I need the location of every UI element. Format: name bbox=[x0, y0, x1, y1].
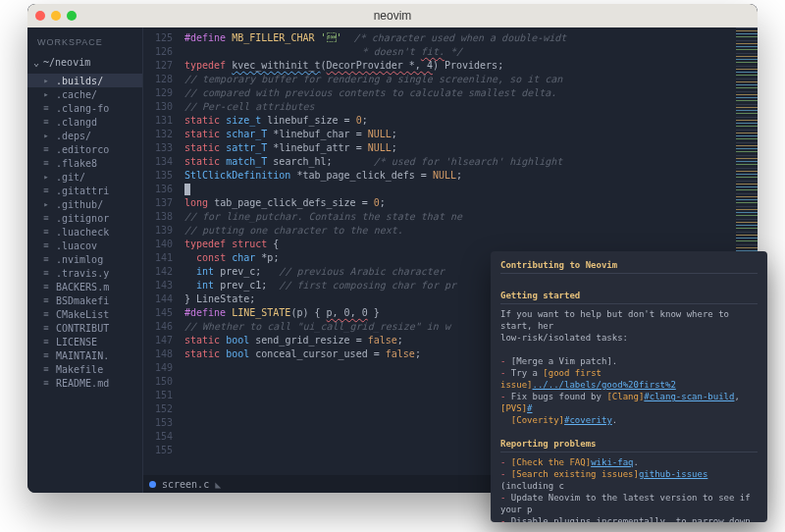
folder-icon: ▸ bbox=[41, 172, 51, 182]
file-icon: ≡ bbox=[41, 378, 51, 388]
file-item[interactable]: ≡.clang-fo bbox=[27, 101, 142, 115]
file-icon: ≡ bbox=[41, 337, 51, 346]
folder-icon: ▸ bbox=[41, 89, 51, 99]
tab-corner-icon: ◣ bbox=[215, 479, 221, 490]
file-name: BACKERS.m bbox=[56, 282, 109, 293]
file-name: .gitignor bbox=[56, 213, 109, 224]
file-item[interactable]: ▸.builds/ bbox=[27, 74, 142, 87]
file-item[interactable]: ▸.github/ bbox=[27, 197, 142, 211]
file-name: .nvimlog bbox=[56, 254, 103, 265]
file-item[interactable]: ≡.nvimlog bbox=[27, 252, 142, 266]
file-icon: ≡ bbox=[41, 268, 51, 278]
file-icon: ≡ bbox=[41, 227, 51, 237]
file-name: .travis.y bbox=[56, 268, 109, 279]
float-heading: Reporting problems bbox=[500, 438, 758, 452]
float-list-item: - Disable plugins incrementally, to narr… bbox=[500, 515, 758, 522]
file-icon: ≡ bbox=[41, 323, 51, 333]
floating-doc-window[interactable]: Contributing to Neovim Getting startedIf… bbox=[491, 251, 767, 522]
modified-indicator-icon bbox=[149, 481, 156, 488]
float-list-item: - Try a [good first issue]../../labels/g… bbox=[500, 367, 758, 391]
file-item[interactable]: ≡.luacheck bbox=[27, 225, 142, 239]
file-item[interactable]: ≡.travis.y bbox=[27, 266, 142, 280]
folder-icon: ▸ bbox=[41, 199, 51, 209]
file-name: .flake8 bbox=[56, 158, 97, 169]
float-body: If you want to help but don't know where… bbox=[500, 308, 758, 344]
titlebar: neovim bbox=[27, 4, 758, 27]
file-item[interactable]: ≡.editorco bbox=[27, 142, 142, 156]
file-name: .github/ bbox=[56, 199, 103, 210]
file-item[interactable]: ≡MAINTAIN. bbox=[27, 348, 142, 362]
file-icon: ≡ bbox=[41, 295, 51, 305]
file-item[interactable]: ▸.git/ bbox=[27, 170, 142, 184]
window-title: neovim bbox=[27, 9, 758, 23]
file-name: LICENSE bbox=[56, 337, 97, 347]
file-name: BSDmakefi bbox=[56, 295, 109, 306]
file-icon: ≡ bbox=[41, 254, 51, 264]
file-item[interactable]: ▸.deps/ bbox=[27, 129, 142, 142]
file-item[interactable]: ≡README.md bbox=[27, 376, 142, 390]
file-icon: ≡ bbox=[41, 364, 51, 374]
file-name: .clang-fo bbox=[56, 103, 109, 114]
file-name: MAINTAIN. bbox=[56, 350, 109, 361]
file-item[interactable]: ≡CONTRIBUT bbox=[27, 321, 142, 335]
file-name: .cache/ bbox=[56, 89, 97, 100]
file-name: Makefile bbox=[56, 364, 103, 375]
file-item[interactable]: ≡.gitattri bbox=[27, 184, 142, 197]
file-icon: ≡ bbox=[41, 103, 51, 113]
chevron-down-icon: ⌄ bbox=[33, 57, 39, 68]
file-name: CONTRIBUT bbox=[56, 323, 109, 334]
file-item[interactable]: ≡BACKERS.m bbox=[27, 280, 142, 293]
file-name: .gitattri bbox=[56, 186, 109, 196]
file-icon: ≡ bbox=[41, 350, 51, 360]
float-list-item: - Fix bugs found by [Clang]#clang-scan-b… bbox=[500, 391, 758, 426]
tab-filename[interactable]: screen.c bbox=[162, 479, 209, 490]
file-list: ▸.builds/▸.cache/≡.clang-fo≡.clangd▸.dep… bbox=[27, 74, 142, 390]
folder-icon: ▸ bbox=[41, 76, 51, 85]
file-icon: ≡ bbox=[41, 240, 51, 250]
file-item[interactable]: ▸.cache/ bbox=[27, 87, 142, 101]
file-name: .git/ bbox=[56, 172, 85, 183]
file-item[interactable]: ≡BSDmakefi bbox=[27, 293, 142, 307]
float-list-item: - Update Neovim to the latest version to… bbox=[500, 492, 758, 515]
file-icon: ≡ bbox=[41, 213, 51, 223]
file-name: .builds/ bbox=[56, 76, 103, 86]
root-path: ~/neovim bbox=[43, 57, 90, 68]
file-item[interactable]: ≡.flake8 bbox=[27, 156, 142, 170]
float-list-item: - [Check the FAQ]wiki-faq. bbox=[500, 456, 758, 468]
file-name: .luacheck bbox=[56, 227, 109, 238]
file-name: .deps/ bbox=[56, 131, 91, 141]
file-icon: ≡ bbox=[41, 282, 51, 292]
file-name: CMakeList bbox=[56, 309, 109, 320]
folder-icon: ▸ bbox=[41, 131, 51, 140]
workspace-label: WORKSPACE bbox=[27, 35, 142, 55]
file-name: .luacov bbox=[56, 240, 97, 251]
float-list-item: - [Merge a Vim patch]. bbox=[500, 355, 758, 367]
file-name: .clangd bbox=[56, 117, 97, 128]
float-list-item: - [Search existing issues]github-issues … bbox=[500, 468, 758, 492]
file-icon: ≡ bbox=[41, 309, 51, 319]
float-title: Contributing to Neovim bbox=[500, 259, 758, 274]
file-icon: ≡ bbox=[41, 144, 51, 154]
sidebar: WORKSPACE ⌄ ~/neovim ▸.builds/▸.cache/≡.… bbox=[27, 27, 143, 493]
file-name: README.md bbox=[56, 378, 109, 389]
workspace-root[interactable]: ⌄ ~/neovim bbox=[27, 55, 142, 70]
float-heading: Getting started bbox=[500, 290, 758, 304]
file-item[interactable]: ≡LICENSE bbox=[27, 335, 142, 348]
file-item[interactable]: ≡.clangd bbox=[27, 115, 142, 129]
line-gutter: 1251261271281291301311321331341351361371… bbox=[143, 27, 181, 475]
file-icon: ≡ bbox=[41, 117, 51, 127]
file-icon: ≡ bbox=[41, 158, 51, 168]
file-item[interactable]: ≡Makefile bbox=[27, 362, 142, 376]
file-item[interactable]: ≡.gitignor bbox=[27, 211, 142, 225]
file-icon: ≡ bbox=[41, 186, 51, 195]
file-name: .editorco bbox=[56, 144, 109, 155]
file-item[interactable]: ≡CMakeList bbox=[27, 307, 142, 321]
file-item[interactable]: ≡.luacov bbox=[27, 239, 142, 252]
